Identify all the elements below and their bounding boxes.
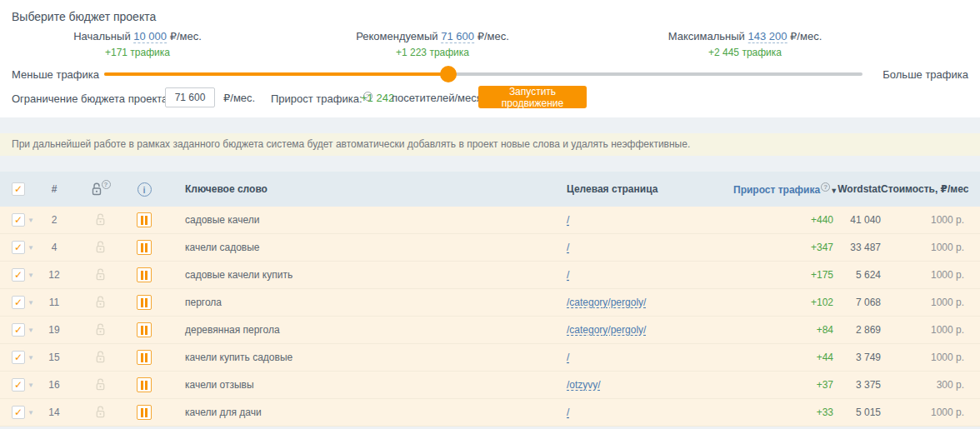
- target-page-link[interactable]: /: [567, 407, 569, 418]
- wordstat-value: 2 869: [833, 324, 881, 336]
- table-row: ✓ ▼ 16 качели отзывы /otzyvy/ +37 3 375 …: [0, 372, 980, 399]
- row-checkbox[interactable]: ✓: [12, 296, 25, 309]
- lock-icon[interactable]: [94, 350, 107, 366]
- target-page-link[interactable]: /otzyvy/: [567, 379, 601, 391]
- column-header-traffic-sort[interactable]: Прирост трафика?▼: [733, 182, 833, 196]
- pause-icon[interactable]: [137, 240, 152, 255]
- table-row: ✓ ▼ 14 качели для дачи / +33 5 015 1000 …: [0, 399, 980, 427]
- traffic-growth-label: Прирост трафика:?: [271, 92, 372, 105]
- pause-icon[interactable]: [137, 350, 152, 365]
- chevron-down-icon[interactable]: ▼: [28, 327, 34, 334]
- lock-icon[interactable]: [94, 377, 107, 393]
- budget-limit-input[interactable]: [165, 87, 215, 107]
- info-icon[interactable]: i: [138, 182, 152, 197]
- traffic-growth-suffix: посетителей/месяц: [392, 92, 488, 104]
- budget-controls-row: Ограничение бюджета проекта:? ₽/мес. При…: [0, 86, 980, 109]
- row-checkbox[interactable]: ✓: [12, 406, 25, 419]
- start-promotion-button[interactable]: Запустить продвижение: [478, 86, 587, 108]
- pause-icon[interactable]: [137, 212, 152, 227]
- wordstat-value: 3 749: [833, 352, 881, 363]
- traffic-gain-value: +37: [733, 379, 833, 391]
- row-number: 19: [40, 324, 68, 336]
- table-row: ✓ ▼ 15 качели купить садовые / +44 3 749…: [0, 344, 980, 372]
- chevron-down-icon[interactable]: ▼: [28, 244, 34, 252]
- budget-option-initial: Начальный 10 000 ₽/мес. +171 трафика: [73, 30, 202, 58]
- cost-value: 1000 р.: [881, 407, 980, 418]
- chevron-down-icon[interactable]: ▼: [28, 409, 34, 417]
- target-page-link[interactable]: /category/pergoly/: [567, 297, 646, 308]
- cost-value: 1000 р.: [881, 297, 980, 308]
- lock-icon[interactable]: [94, 240, 107, 256]
- budget-unit: ₽/мес.: [790, 30, 822, 42]
- lock-icon[interactable]: [94, 212, 107, 228]
- chevron-down-icon[interactable]: ▼: [28, 354, 34, 362]
- budget-amount-link[interactable]: 71 600: [441, 30, 474, 43]
- auto-words-notice: При дальнейшей работе в рамках заданного…: [0, 133, 980, 156]
- lock-icon[interactable]: [94, 295, 107, 311]
- wordstat-value: 41 040: [833, 214, 881, 226]
- help-icon[interactable]: ?: [821, 182, 830, 192]
- row-number: 11: [40, 297, 68, 308]
- wordstat-value: 5 015: [833, 407, 881, 418]
- row-checkbox[interactable]: ✓: [12, 323, 25, 337]
- budget-limit-label: Ограничение бюджета проекта:?: [12, 92, 181, 105]
- budget-slider-track[interactable]: [104, 72, 862, 76]
- target-page-link[interactable]: /: [567, 214, 569, 226]
- lock-icon[interactable]: [94, 322, 107, 338]
- pause-icon[interactable]: [137, 405, 152, 420]
- target-page-link[interactable]: /: [567, 242, 569, 253]
- pause-icon[interactable]: [137, 295, 152, 310]
- row-checkbox[interactable]: ✓: [12, 351, 25, 364]
- row-number: 12: [40, 269, 68, 281]
- wordstat-value: 3 375: [833, 379, 881, 391]
- keyword-text: качели купить садовые: [157, 352, 567, 363]
- chevron-down-icon[interactable]: ▼: [28, 217, 34, 224]
- row-number: 15: [40, 352, 68, 363]
- budget-option-label: Максимальный: [668, 30, 745, 42]
- table-row: ✓ ▼ 2 садовые качели / +440 41 040 1000 …: [0, 207, 980, 234]
- budget-slider-handle[interactable]: [440, 66, 457, 82]
- pause-icon[interactable]: [137, 322, 152, 337]
- column-header-lock: ?: [68, 180, 132, 199]
- column-header-wordstat: Wordstat: [833, 183, 881, 195]
- table-row: ✓ ▼ 12 садовые качели купить / +175 5 62…: [0, 262, 980, 289]
- column-header-cost: Стоимость, ₽/мес: [881, 183, 980, 195]
- cost-value: 1000 р.: [881, 352, 980, 363]
- target-page-link[interactable]: /: [567, 269, 569, 281]
- budget-amount-link[interactable]: 143 200: [748, 30, 787, 43]
- chevron-down-icon[interactable]: ▼: [28, 382, 34, 389]
- budget-option-label: Рекомендуемый: [356, 30, 438, 42]
- keyword-text: садовые качели купить: [157, 269, 567, 281]
- target-page-link[interactable]: /: [567, 352, 569, 363]
- lock-icon[interactable]: [94, 267, 107, 283]
- wordstat-value: 33 487: [833, 242, 881, 253]
- slider-less-traffic-label: Меньше трафика: [12, 68, 99, 81]
- keyword-text: садовые качели: [157, 214, 567, 226]
- budget-amount-link[interactable]: 10 000: [133, 30, 167, 43]
- help-icon[interactable]: ?: [102, 180, 111, 189]
- target-page-link[interactable]: /category/pergoly/: [567, 324, 646, 336]
- cost-value: 1000 р.: [881, 242, 980, 253]
- keyword-text: качели для дачи: [157, 407, 567, 418]
- lock-icon[interactable]: [94, 405, 107, 421]
- traffic-gain-value: +347: [733, 242, 833, 253]
- chevron-down-icon[interactable]: ▼: [28, 299, 34, 307]
- budget-option-maximum: Максимальный 143 200 ₽/мес. +2 445 трафи…: [668, 30, 822, 58]
- cost-value: 1000 р.: [881, 214, 980, 226]
- pause-icon[interactable]: [137, 377, 152, 392]
- row-checkbox[interactable]: ✓: [12, 213, 25, 227]
- select-all-checkbox[interactable]: ✓: [12, 182, 25, 196]
- chevron-down-icon[interactable]: ▼: [28, 272, 34, 279]
- row-checkbox[interactable]: ✓: [12, 268, 25, 282]
- page-title: Выберите бюджет проекта: [12, 10, 156, 23]
- table-row: ✓ ▼ 4 качели садовые / +347 33 487 1000 …: [0, 234, 980, 262]
- row-checkbox[interactable]: ✓: [12, 378, 25, 392]
- pause-icon[interactable]: [137, 267, 152, 282]
- wordstat-value: 7 068: [833, 297, 881, 308]
- budget-unit: ₽/мес.: [170, 30, 202, 42]
- column-header-target-page: Целевая страница: [567, 183, 733, 195]
- slider-more-traffic-label: Больше трафика: [882, 68, 968, 81]
- budget-option-recommended: Рекомендуемый 71 600 ₽/мес. +1 223 трафи…: [356, 30, 509, 58]
- traffic-gain-value: +44: [733, 352, 833, 363]
- row-checkbox[interactable]: ✓: [12, 241, 25, 254]
